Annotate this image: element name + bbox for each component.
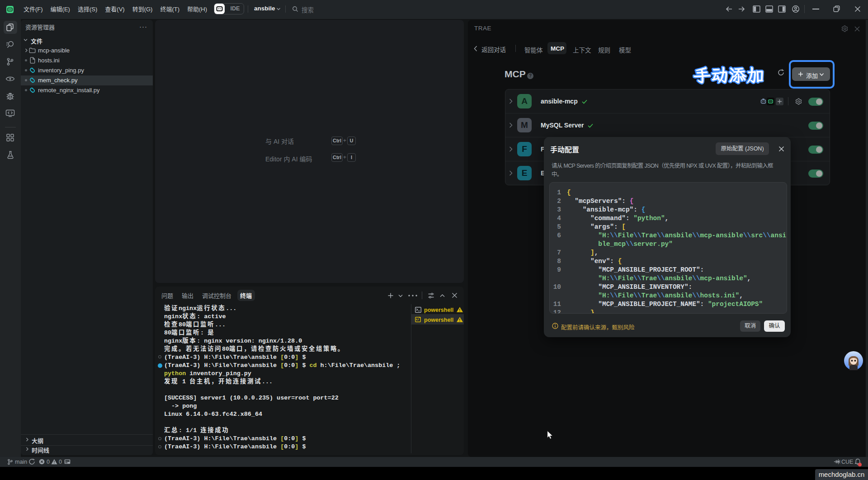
svg-text:手动添加: 手动添加 [693,63,764,86]
